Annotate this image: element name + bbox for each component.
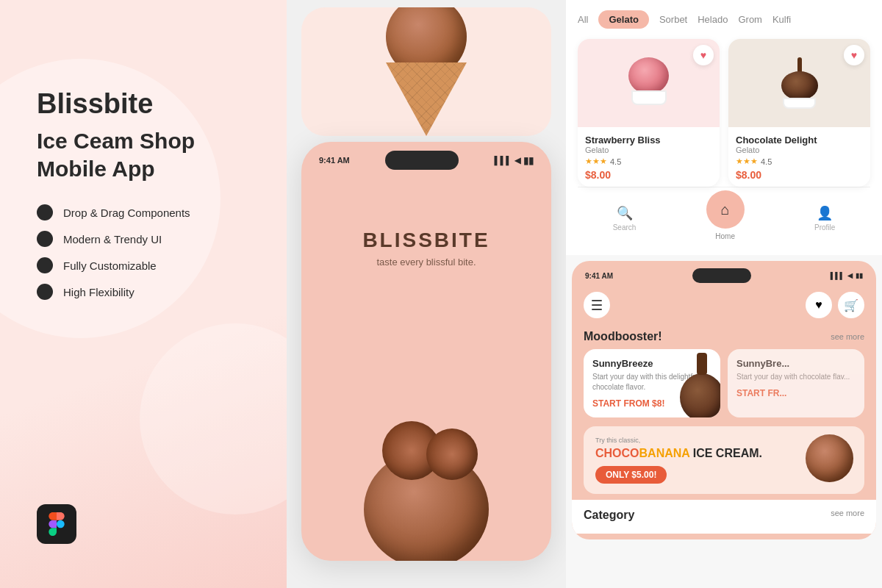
tab-gelato[interactable]: Gelato — [598, 10, 648, 29]
app-notch — [692, 268, 751, 283]
product-grid: ♥ Strawberry Bliss Gelato ★★★ 4.5 $8.00 — [578, 39, 870, 187]
chocolate-cup-visual — [775, 57, 823, 109]
feature-item-4: High Flexibility — [37, 284, 250, 300]
nav-home[interactable]: ⌂ Home — [706, 196, 745, 240]
promo-image — [806, 434, 857, 486]
app-status-bar: 9:41 AM ▌▌▌ ◀ ▮▮ — [572, 261, 876, 283]
choco-scoop — [781, 71, 818, 99]
category-section: Category see more — [572, 500, 876, 534]
moodbooster-cards: SunnyBreeze Start your day with this del… — [572, 346, 876, 423]
tab-helado[interactable]: Helado — [698, 14, 728, 25]
product-rating: ★★★ 4.5 — [585, 157, 712, 166]
app-status-icons: ▌▌▌ ◀ ▮▮ — [831, 272, 863, 279]
promo-banner[interactable]: Try this classic, CHOCOBANANA ICE CREAM.… — [584, 426, 864, 494]
moodbooster-header: Moodbooster! see more — [572, 324, 876, 346]
menu-line — [592, 309, 602, 310]
nav-search[interactable]: 🔍 Search — [613, 205, 637, 232]
choco-cup-base — [783, 98, 816, 109]
product-name: Chocolate Delight — [736, 135, 863, 146]
favorites-button[interactable]: ♥ — [806, 292, 832, 318]
decorative-circle-2 — [140, 323, 287, 514]
product-price: $8.00 — [736, 169, 863, 181]
search-icon: 🔍 — [617, 205, 633, 221]
waffle-cone — [386, 62, 467, 136]
home-icon: ⌂ — [721, 201, 730, 218]
tab-kulfi[interactable]: Kulfi — [772, 14, 791, 25]
product-card-strawberry[interactable]: ♥ Strawberry Bliss Gelato ★★★ 4.5 $8.00 — [578, 39, 720, 187]
product-rating: ★★★ 4.5 — [736, 157, 863, 166]
top-app-screen: All Gelato Sorbet Helado Grom Kulfi ♥ St… — [566, 0, 882, 255]
cart-button[interactable]: 🛒 — [838, 292, 864, 318]
feature-item-2: Modern & Trendy UI — [37, 231, 250, 247]
menu-button[interactable] — [584, 292, 610, 318]
home-circle-button[interactable]: ⌂ — [706, 190, 745, 229]
feature-dot — [37, 284, 53, 300]
profile-icon: 👤 — [817, 205, 833, 221]
strawberry-cup-visual — [625, 57, 673, 109]
category-header: Category see more — [584, 503, 864, 525]
section-title: Moodbooster! — [584, 330, 662, 343]
app-header: ♥ 🛒 — [572, 283, 876, 324]
ice-cream-cone — [386, 7, 467, 136]
mood-card-1[interactable]: SunnyBreeze Start your day with this del… — [584, 349, 720, 417]
product-image-strawberry: ♥ — [578, 39, 720, 127]
choco-scoop-small — [680, 373, 720, 417]
nav-profile[interactable]: 👤 Profile — [814, 205, 835, 232]
product-info-strawberry: Strawberry Bliss Gelato ★★★ 4.5 $8.00 — [578, 127, 720, 187]
feature-dot — [37, 231, 53, 247]
category-tabs[interactable]: All Gelato Sorbet Helado Grom Kulfi — [578, 0, 870, 36]
status-icons: ▌▌▌ ◀ ▮▮ — [495, 155, 534, 166]
feature-item-3: Fully Customizable — [37, 257, 250, 273]
product-price: $8.00 — [585, 169, 712, 181]
tab-all[interactable]: All — [578, 14, 588, 25]
mood-ice-image-1 — [676, 362, 720, 417]
phone-notch — [385, 151, 459, 170]
promo-scoop — [806, 434, 853, 482]
straw-scoop — [628, 57, 669, 94]
promo-cta-button[interactable]: ONLY $5.00! — [595, 466, 667, 484]
tagline: Ice Ceam Shop Mobile App — [37, 127, 250, 182]
product-type: Gelato — [736, 146, 863, 154]
menu-line — [592, 304, 602, 306]
center-panel: 9:41 AM ▌▌▌ ◀ ▮▮ BLISSBITE taste every b… — [287, 0, 566, 588]
status-bar: 9:41 AM ▌▌▌ ◀ ▮▮ — [301, 142, 551, 170]
see-more-button[interactable]: see more — [831, 332, 864, 341]
top-phone-screen — [301, 7, 551, 136]
product-type: Gelato — [585, 146, 712, 154]
features-list: Drop & Drag Components Modern & Trendy U… — [37, 204, 250, 300]
favorite-button-strawberry[interactable]: ♥ — [693, 45, 714, 65]
favorite-button-chocolate[interactable]: ♥ — [844, 45, 864, 65]
feature-item-1: Drop & Drag Components — [37, 204, 250, 220]
tab-grom[interactable]: Grom — [738, 14, 762, 25]
splash-scoop — [364, 451, 489, 561]
menu-line — [592, 300, 602, 301]
splash-screen: 9:41 AM ▌▌▌ ◀ ▮▮ BLISSBITE taste every b… — [301, 142, 551, 561]
app-logo-area: BLISSBITE taste every blissful bite. — [301, 229, 551, 268]
tab-sorbet[interactable]: Sorbet — [659, 14, 687, 25]
product-image-chocolate: ♥ — [728, 39, 870, 127]
brand-name: Blissbite — [37, 88, 250, 120]
figma-icon[interactable] — [37, 504, 76, 544]
bottom-app-screen: 9:41 AM ▌▌▌ ◀ ▮▮ ♥ 🛒 Moodbooster! see mo… — [572, 261, 876, 539]
splash-ice-cream — [364, 451, 489, 561]
bottom-navigation: 🔍 Search ⌂ Home 👤 Profile — [578, 187, 870, 246]
cup-base — [631, 90, 667, 105]
mood-card-2[interactable]: SunnyBre... Start your day with chocolat… — [728, 349, 864, 417]
header-actions: ♥ 🛒 — [806, 292, 864, 318]
right-panel: All Gelato Sorbet Helado Grom Kulfi ♥ St… — [566, 0, 882, 588]
category-see-more[interactable]: see more — [831, 509, 864, 522]
product-name: Strawberry Bliss — [585, 135, 712, 146]
feature-dot — [37, 257, 53, 273]
feature-dot — [37, 204, 53, 220]
category-title: Category — [584, 509, 634, 522]
left-panel: Blissbite Ice Ceam Shop Mobile App Drop … — [0, 0, 287, 588]
product-card-chocolate[interactable]: ♥ Chocolate Delight Gelato ★★★ 4.5 $8.00 — [728, 39, 870, 187]
product-info-chocolate: Chocolate Delight Gelato ★★★ 4.5 $8.00 — [728, 127, 870, 187]
